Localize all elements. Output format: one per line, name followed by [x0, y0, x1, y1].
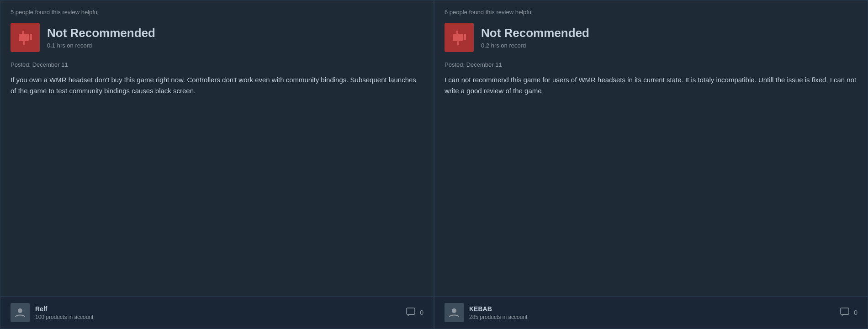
review-text-1: If you own a WMR headset don't buy this …: [11, 74, 423, 96]
review-footer-1: Relf 100 products in account 0: [0, 296, 434, 329]
user-avatar-1: [11, 303, 30, 322]
hrs-on-record-1: 0.1 hrs on record: [47, 42, 155, 49]
comment-number-2: 0: [854, 309, 857, 316]
svg-rect-3: [841, 308, 849, 314]
user-products-2: 285 products in account: [469, 314, 527, 320]
helpful-text-1: 5 people found this review helpful: [11, 9, 423, 16]
recommendation-title-1: Not Recommended: [47, 26, 155, 40]
posted-date-1: Posted: December 11: [11, 61, 423, 68]
review-card-1: 5 people found this review helpful Not R…: [0, 0, 434, 329]
svg-rect-1: [407, 308, 415, 314]
recommendation-title-2: Not Recommended: [481, 26, 589, 40]
review-text-2: I can not recommend this game for users …: [445, 74, 857, 96]
recommendation-row-1: Not Recommended 0.1 hrs on record: [11, 23, 423, 52]
user-name-2: KEBAB: [469, 305, 527, 313]
comment-count-2: 0: [840, 308, 857, 318]
reviews-container: 5 people found this review helpful Not R…: [0, 0, 868, 329]
thumbs-down-icon-1: [11, 23, 40, 52]
hrs-on-record-2: 0.2 hrs on record: [481, 42, 589, 49]
review-card-2: 6 people found this review helpful Not R…: [434, 0, 868, 329]
comment-number-1: 0: [420, 309, 423, 316]
comment-icon-1: [406, 308, 416, 318]
user-info-2: KEBAB 285 products in account: [445, 303, 527, 322]
review-footer-2: KEBAB 285 products in account 0: [434, 296, 868, 329]
recommendation-info-2: Not Recommended 0.2 hrs on record: [481, 26, 589, 49]
user-details-1: Relf 100 products in account: [35, 305, 93, 320]
comment-count-1: 0: [406, 308, 423, 318]
user-info-1: Relf 100 products in account: [11, 303, 93, 322]
user-avatar-2: [445, 303, 464, 322]
svg-point-2: [452, 308, 456, 313]
user-products-1: 100 products in account: [35, 314, 93, 320]
user-name-1: Relf: [35, 305, 93, 313]
user-details-2: KEBAB 285 products in account: [469, 305, 527, 320]
posted-date-2: Posted: December 11: [445, 61, 857, 68]
svg-point-0: [18, 308, 22, 313]
thumbs-down-icon-2: [445, 23, 474, 52]
comment-icon-2: [840, 308, 850, 318]
helpful-text-2: 6 people found this review helpful: [445, 9, 857, 16]
recommendation-info-1: Not Recommended 0.1 hrs on record: [47, 26, 155, 49]
review-top-1: 5 people found this review helpful Not R…: [0, 0, 434, 296]
review-top-2: 6 people found this review helpful Not R…: [434, 0, 868, 296]
recommendation-row-2: Not Recommended 0.2 hrs on record: [445, 23, 857, 52]
